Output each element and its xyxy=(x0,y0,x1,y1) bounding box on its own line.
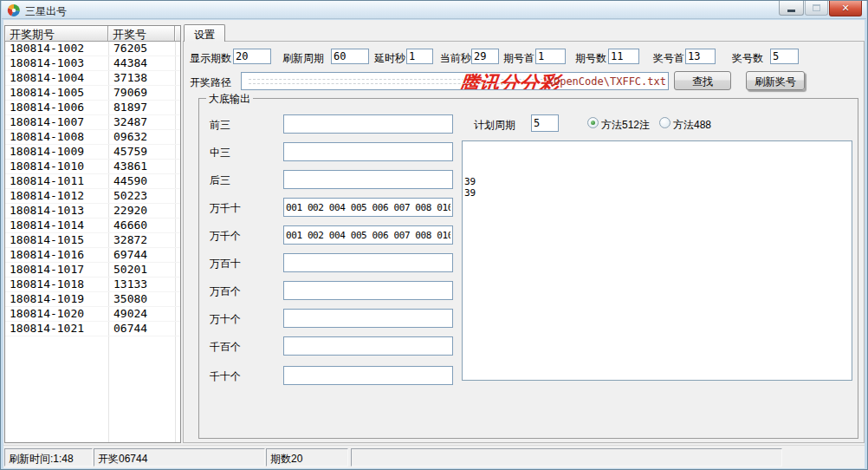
period-cell: 180814-1003 xyxy=(5,56,108,70)
number-cell: 13133 xyxy=(108,277,175,291)
period-cell: 180814-1012 xyxy=(5,189,108,203)
period-start-input[interactable] xyxy=(535,49,566,64)
table-header: 开奖期号 开奖号 xyxy=(5,26,180,42)
draw-history-table[interactable]: 开奖期号 开奖号 180814-100276205 180814-1003443… xyxy=(4,25,181,443)
period-count-label: 期号数 xyxy=(575,51,606,66)
period-cell: 180814-1016 xyxy=(5,248,108,262)
qian-bai-ge-label: 千百个 xyxy=(210,340,241,355)
table-row[interactable]: 180814-100579069 xyxy=(5,86,180,101)
prize-start-label: 奖号首 xyxy=(653,51,684,66)
number-cell: 22920 xyxy=(108,204,175,218)
period-cell: 180814-1004 xyxy=(5,71,108,85)
front-three-input[interactable] xyxy=(283,114,453,134)
table-row[interactable]: 180814-101813133 xyxy=(5,277,180,292)
app-window: 三星出号 ✕ 开奖期号 开奖号 180814-100276205 180814-… xyxy=(0,0,868,470)
current-second-input[interactable] xyxy=(471,49,499,64)
prize-start-input[interactable] xyxy=(685,49,716,64)
number-cell: 44590 xyxy=(108,174,175,188)
wan-qian-ge-label: 万千个 xyxy=(210,229,241,244)
refresh-prize-button[interactable]: 刷新奖号 xyxy=(746,71,805,90)
table-row[interactable]: 180814-100276205 xyxy=(5,42,180,56)
close-button[interactable]: ✕ xyxy=(829,1,862,16)
period-cell: 180814-1006 xyxy=(5,101,108,114)
table-row[interactable]: 180814-100809632 xyxy=(5,130,180,145)
middle-three-input[interactable] xyxy=(283,142,453,161)
number-cell: 79069 xyxy=(108,86,175,100)
column-header-period[interactable]: 开奖期号 xyxy=(5,26,108,41)
client-area: 开奖期号 开奖号 180814-100276205 180814-1003443… xyxy=(3,20,865,467)
table-row[interactable]: 180814-101250223 xyxy=(5,189,180,204)
output-textarea[interactable]: 39 39 xyxy=(462,140,852,381)
back-three-label: 后三 xyxy=(210,173,230,188)
find-button[interactable]: 查找 xyxy=(674,71,731,90)
period-cell: 180814-1011 xyxy=(5,174,108,188)
front-three-label: 前三 xyxy=(210,118,230,133)
number-cell: 43861 xyxy=(108,160,175,173)
status-bar: 刷新时间:1:48 开奖06744 期数20 xyxy=(3,445,865,468)
table-row[interactable]: 180814-101750201 xyxy=(5,263,180,277)
number-cell: 35080 xyxy=(108,292,175,306)
status-period-count: 期数20 xyxy=(266,448,348,467)
status-refresh-time: 刷新时间:1:48 xyxy=(4,448,93,467)
draw-path-label: 开奖路径 xyxy=(190,75,231,90)
number-cell: 06744 xyxy=(108,322,175,336)
column-header-number[interactable]: 开奖号 xyxy=(108,26,175,41)
table-row[interactable]: 180814-100681897 xyxy=(5,101,180,115)
table-row[interactable]: 180814-100945759 xyxy=(5,145,180,160)
close-icon: ✕ xyxy=(841,3,849,14)
wan-qian-ge-input[interactable] xyxy=(283,225,453,245)
prize-count-label: 奖号数 xyxy=(732,51,763,66)
period-cell: 180814-1019 xyxy=(5,292,108,306)
radio-method-512[interactable] xyxy=(587,117,599,128)
tab-settings[interactable]: 设置 xyxy=(184,24,225,42)
table-row[interactable]: 180814-101144590 xyxy=(5,174,180,189)
refresh-cycle-label: 刷新周期 xyxy=(282,51,324,66)
period-cell: 180814-1008 xyxy=(5,130,108,144)
table-row[interactable]: 180814-101669744 xyxy=(5,248,180,263)
qian-bai-ge-input[interactable] xyxy=(283,336,453,356)
table-row[interactable]: 180814-101322920 xyxy=(5,204,180,219)
period-count-input[interactable] xyxy=(608,49,639,64)
path-suffix-text: \OpenCode\TXFFC.txt xyxy=(547,75,666,88)
wan-qian-shi-input[interactable] xyxy=(283,198,453,217)
caption-buttons: ✕ xyxy=(778,1,862,16)
plan-cycle-input[interactable] xyxy=(531,114,559,132)
period-cell: 180814-1017 xyxy=(5,263,108,277)
maximize-button[interactable] xyxy=(805,1,828,16)
radio-method-512-label[interactable]: 方法512注 xyxy=(601,118,650,133)
table-row[interactable]: 180814-100344384 xyxy=(5,56,180,71)
refresh-cycle-input[interactable] xyxy=(331,49,369,64)
radio-method-488-label[interactable]: 方法488 xyxy=(673,118,711,133)
number-cell: 49024 xyxy=(108,307,175,321)
table-row[interactable]: 180814-101446660 xyxy=(5,219,180,233)
wan-shi-ge-label: 万十个 xyxy=(210,312,241,327)
group-title: 大底输出 xyxy=(206,92,253,107)
prize-count-input[interactable] xyxy=(770,49,799,64)
display-periods-input[interactable] xyxy=(233,49,271,64)
table-row[interactable]: 180814-102106744 xyxy=(5,322,180,336)
table-row[interactable]: 180814-101532872 xyxy=(5,233,180,248)
period-start-label: 期号首 xyxy=(503,51,534,66)
period-cell: 180814-1020 xyxy=(5,307,108,321)
watermark-text: 腾讯分分彩 xyxy=(457,72,560,90)
delay-seconds-input[interactable] xyxy=(406,49,433,64)
table-row[interactable]: 180814-100732487 xyxy=(5,115,180,130)
qian-shi-ge-input[interactable] xyxy=(283,366,453,385)
title-bar[interactable]: 三星出号 ✕ xyxy=(2,1,866,19)
wan-bai-ge-input[interactable] xyxy=(283,281,453,300)
maximize-icon xyxy=(813,4,820,11)
table-row[interactable]: 180814-101043861 xyxy=(5,160,180,174)
period-cell: 180814-1015 xyxy=(5,233,108,247)
back-three-input[interactable] xyxy=(283,170,453,189)
wan-shi-ge-input[interactable] xyxy=(283,309,453,328)
number-cell: 46660 xyxy=(108,219,175,232)
draw-path-input[interactable]: 腾讯分分彩 \OpenCode\TXFFC.txt xyxy=(241,72,669,90)
table-row[interactable]: 180814-102049024 xyxy=(5,307,180,322)
radio-method-488[interactable] xyxy=(659,117,670,128)
wan-bai-shi-input[interactable] xyxy=(283,253,453,272)
table-row[interactable]: 180814-101935080 xyxy=(5,292,180,307)
current-second-label: 当前秒 xyxy=(440,51,471,66)
minimize-button[interactable] xyxy=(779,1,804,16)
table-row[interactable]: 180814-100437138 xyxy=(5,71,180,86)
number-cell: 50223 xyxy=(108,189,175,203)
